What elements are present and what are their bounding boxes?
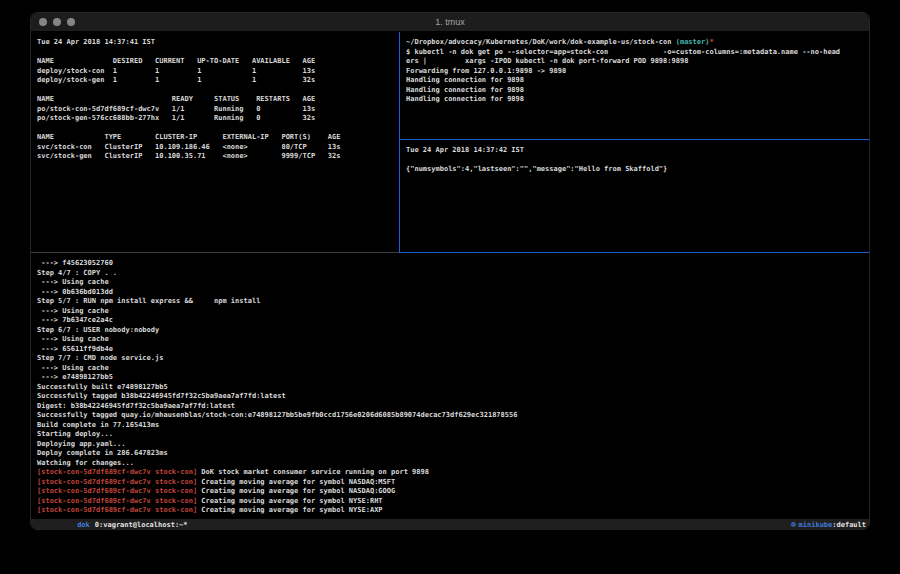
terminal-line: Successfully built e74898127bb5 [37, 383, 870, 393]
terminal-line: Successfully tagged quay.io/mhausenblas/… [37, 411, 870, 421]
terminal-line: $ kubectl -n dok get po --selector=app=s… [406, 48, 870, 58]
terminal-line: po/stock-gen-576cc688bb-277hx 1/1 Runnin… [37, 114, 405, 124]
terminal-line: NAME DESIRED CURRENT UP-TO-DATE AVAILABL… [37, 57, 405, 67]
terminal-line [406, 156, 870, 166]
terminal-line: Forwarding from 127.0.0.1:9898 -> 9898 [406, 67, 870, 77]
terminal-line: ---> Using cache [37, 364, 870, 374]
terminal-line: Successfully tagged b38b42246945fd7f32c5… [37, 392, 870, 402]
terminal-line [37, 124, 405, 134]
tmux-window-label[interactable]: 0:vagrant@localhost:~* [95, 521, 188, 529]
terminal-line: Step 5/7 : RUN npm install express && np… [37, 297, 870, 307]
terminal-line: ---> 7b6347ce2a4c [37, 316, 870, 326]
kube-context: minikube [799, 521, 833, 529]
terminal-line: Digest: b38b42246945fd7f32c5ba9aea7af7fd… [37, 402, 870, 412]
terminal-line: Watching for changes... [37, 459, 870, 469]
terminal-line: Tue 24 Apr 2018 14:37:42 IST [406, 146, 870, 156]
tmux-status-bar: dok0:vagrant@localhost:~* ☸minikube:defa… [31, 519, 869, 530]
terminal-line: Starting deploy... [37, 430, 870, 440]
kube-namespace: :default [832, 521, 866, 529]
terminal-line: ---> 0b636bd013dd [37, 288, 870, 298]
terminal-line: NAME READY STATUS RESTARTS AGE [37, 95, 405, 105]
window-titlebar[interactable]: 1. tmux [31, 13, 869, 32]
terminal-line: svc/stock-gen ClusterIP 10.100.35.71 <no… [37, 152, 405, 162]
kubernetes-helm-icon: ☸ [790, 521, 796, 529]
terminal-line: Step 4/7 : COPY . . [37, 269, 870, 279]
terminal-line: ---> Using cache [37, 307, 870, 317]
terminal-line: po/stock-con-5d7df689cf-dwc7v 1/1 Runnin… [37, 105, 405, 115]
pane-kubectl-tables[interactable]: Tue 24 Apr 2018 14:37:41 ISTNAME DESIRED… [31, 32, 405, 258]
terminal-line [37, 48, 405, 58]
terminal-line [37, 86, 405, 96]
status-right: ☸minikube:default [748, 513, 869, 530]
terminal-line: NAME TYPE CLUSTER-IP EXTERNAL-IP PORT(S)… [37, 133, 405, 143]
pane-curl-output[interactable]: Tue 24 Apr 2018 14:37:42 IST{"numsymbols… [400, 140, 870, 258]
terminal-line: ---> 65611ff9db4e [37, 345, 870, 355]
tmux-terminal[interactable]: Tue 24 Apr 2018 14:37:41 ISTNAME DESIRED… [31, 32, 869, 530]
terminal-line: svc/stock-con ClusterIP 10.109.186.46 <n… [37, 143, 405, 153]
terminal-line: ---> Using cache [37, 335, 870, 345]
terminal-line: [stock-con-5d7df689cf-dwc7v stock-con] C… [37, 478, 870, 488]
terminal-line: ers | xargs -IPOD kubectl -n dok port-fo… [406, 57, 870, 67]
terminal-line: deploy/stock-con 1 1 1 1 13s [37, 67, 405, 77]
terminal-line: Handling connection for 9898 [406, 86, 870, 96]
terminal-line: Deploying app.yaml... [37, 440, 870, 450]
terminal-line: Deploy complete in 286.647823ms [37, 449, 870, 459]
terminal-line: [stock-con-5d7df689cf-dwc7v stock-con] C… [37, 497, 870, 507]
terminal-line: ---> f45623052760 [37, 259, 870, 269]
pane-port-forward[interactable]: ~/Dropbox/advocacy/Kubernetes/DoK/work/d… [400, 32, 870, 145]
terminal-line: Handling connection for 9898 [406, 95, 870, 105]
terminal-line: Step 6/7 : USER nobody:nobody [37, 326, 870, 336]
terminal-line: ---> Using cache [37, 278, 870, 288]
status-left: dok0:vagrant@localhost:~* [31, 513, 188, 530]
pane-skaffold-build-log[interactable]: ---> f45623052760Step 4/7 : COPY . . ---… [31, 253, 870, 524]
window-title: 1. tmux [31, 13, 869, 31]
terminal-window: 1. tmux Tue 24 Apr 2018 14:37:41 ISTNAME… [30, 12, 870, 530]
terminal-line: [stock-con-5d7df689cf-dwc7v stock-con] C… [37, 487, 870, 497]
terminal-line: Tue 24 Apr 2018 14:37:41 IST [37, 38, 405, 48]
terminal-line: ~/Dropbox/advocacy/Kubernetes/DoK/work/d… [406, 38, 870, 48]
terminal-line: [stock-con-5d7df689cf-dwc7v stock-con] D… [37, 468, 870, 478]
terminal-line: Build complete in 77.165413ms [37, 421, 870, 431]
terminal-line: ---> e74898127bb5 [37, 373, 870, 383]
terminal-line: {"numsymbols":4,"lastseen":"","message":… [406, 165, 870, 175]
tmux-session-name: dok [77, 521, 90, 529]
terminal-line: deploy/stock-gen 1 1 1 1 32s [37, 76, 405, 86]
terminal-line: Handling connection for 9898 [406, 76, 870, 86]
terminal-line: Step 7/7 : CMD node service.js [37, 354, 870, 364]
screenshot-canvas: 1. tmux Tue 24 Apr 2018 14:37:41 ISTNAME… [0, 0, 900, 574]
